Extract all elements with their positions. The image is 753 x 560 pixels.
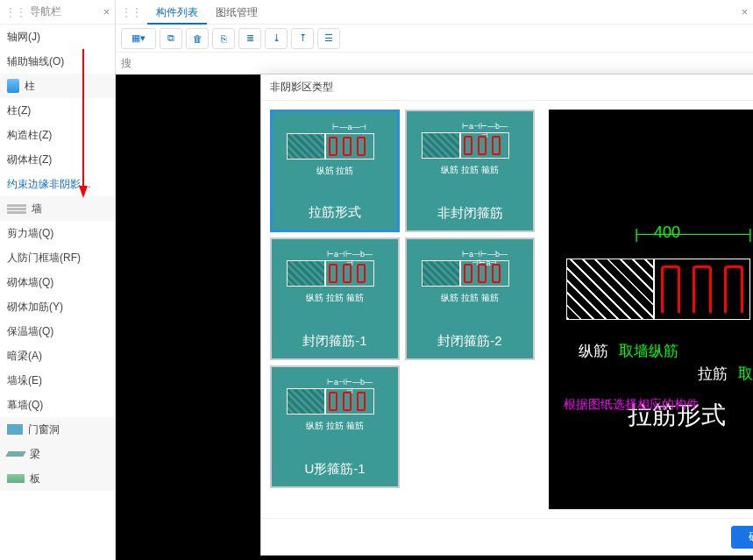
option-closed-stirrup-2[interactable]: ⊢a⊣⊢—b—⊣⊢a⊣ 纵筋 拉筋 箍筋 封闭箍筋-2 [405,237,535,360]
nav-group-slab[interactable]: 板 [0,466,115,491]
nav-panel: ⋮⋮ 导航栏 × 轴网(J) 辅助轴线(O) 柱 柱(Z) 构造柱(Z) 砌体柱… [0,0,116,560]
dimension-label: 400 [654,223,680,242]
hatch-icon [566,259,654,320]
new-button[interactable]: ▦▾ [121,28,156,49]
label-tie: 拉筋 [698,364,728,384]
pillar-icon [7,79,19,93]
slab-icon [7,474,25,483]
nav-item-auxaxis[interactable]: 辅助轴线(O) [0,49,115,74]
modal-body: ⊢—a—⊣ 纵筋 拉筋 拉筋形式 ⊢a⊣⊢—b—⊣ 纵筋 拉筋 箍筋 非封闭 [261,101,753,518]
grip-icon: ⋮⋮ [5,6,26,18]
option-closed-stirrup-1[interactable]: ⊢a⊣⊢—b—⊣ 纵筋 拉筋 箍筋 封闭箍筋-1 [270,237,400,360]
modal-footer: 确定 取消 [261,518,753,555]
nav-item-col-gzz[interactable]: 构造柱(Z) [0,123,115,147]
diagram-icon: ⊢a⊣⊢—b—⊣ 纵筋 拉筋 箍筋 [422,120,518,173]
diagram-icon: ⊢a⊣⊢—b—⊣ 纵筋 拉筋 箍筋 [287,248,383,301]
option-u-stirrup-1[interactable]: ⊢a⊣⊢—b—⊣ 纵筋 拉筋 箍筋 U形箍筋-1 [270,365,400,488]
hint-text: 根据图纸选择相应的构件 [564,397,699,413]
door-window-icon [7,424,23,435]
nav-item-pier[interactable]: 墙垛(E) [0,368,115,393]
tab-drawing-mgmt[interactable]: 图纸管理 [207,0,266,25]
nav-item-hiddenbeam[interactable]: 暗梁(A) [0,344,115,368]
toolbar: ▦▾ ⧉ 🗑 ⎘ ≣ ⤓ ⤒ ☰ [116,25,753,53]
diagram-icon: ⊢a⊣⊢—b—⊣ 纵筋 拉筋 箍筋 [287,376,383,429]
nav-item-axis[interactable]: 轴网(J) [0,25,115,49]
nav-item-col-z[interactable]: 柱(Z) [0,98,115,123]
option-nonclosed-stirrup[interactable]: ⊢a⊣⊢—b—⊣ 纵筋 拉筋 箍筋 非封闭箍筋 [405,110,535,232]
copy-button[interactable]: ⧉ [160,28,182,49]
option-grid: ⊢—a—⊣ 纵筋 拉筋 拉筋形式 ⊢a⊣⊢—b—⊣ 纵筋 拉筋 箍筋 非封闭 [270,110,542,509]
delete-button[interactable]: 🗑 [186,28,209,49]
label-column-stirrup: 取柱箍筋 [738,364,753,384]
modal-title: 非阴影区类型 [270,80,753,95]
rebar-icon [661,266,743,313]
grip-icon: ⋮⋮ [121,6,142,18]
export-button[interactable]: ⤒ [291,28,314,49]
layer-button[interactable]: ≣ [238,28,261,49]
nav-group-wall[interactable]: 墙 [0,196,115,221]
nav-item-insulwall[interactable]: 保温墙(Q) [0,319,115,344]
label-longitudinal: 纵筋 [579,341,608,361]
modal-nonshadow-type: 非阴影区类型 ▢ × ⊢—a—⊣ 纵筋 拉筋 拉筋形式 ⊢a⊣⊢—b—⊣ [260,74,753,556]
tab-component-list[interactable]: 构件列表 [147,0,207,25]
beam-icon [5,451,25,457]
close-icon[interactable]: × [103,6,110,18]
paste-button[interactable]: ⎘ [212,28,235,49]
close-icon[interactable]: × [742,6,748,18]
label-wall-longitudinal: 取墙纵筋 [619,341,678,361]
modal-titlebar: 非阴影区类型 ▢ × [261,74,753,101]
diagram-icon: ⊢—a—⊣ 纵筋 拉筋 [287,121,383,174]
nav-item-masonrywall[interactable]: 砌体墙(Q) [0,270,115,294]
option-lajin[interactable]: ⊢—a—⊣ 纵筋 拉筋 拉筋形式 [270,110,400,232]
list-button[interactable]: ☰ [317,28,340,49]
main-area: ⋮⋮ 构件列表 图纸管理 × ▦▾ ⧉ 🗑 ⎘ ≣ ⤓ ⤒ ☰ 搜 非阴影区类型… [116,0,753,560]
nav-item-shearwall[interactable]: 剪力墙(Q) [0,221,115,245]
ok-button[interactable]: 确定 [731,526,753,549]
diagram-icon: ⊢a⊣⊢—b—⊣⊢a⊣ 纵筋 拉筋 箍筋 [422,248,518,301]
nav-group-beam[interactable]: 梁 [0,442,115,466]
nav-item-curtainwall[interactable]: 幕墙(Q) [0,393,115,417]
wall-icon [7,203,26,214]
nav-group-opening[interactable]: 门窗洞 [0,417,115,442]
nav-title: 导航栏 [30,4,103,19]
nav-header: ⋮⋮ 导航栏 × [0,0,115,25]
search-row[interactable]: 搜 [116,53,753,74]
nav-item-rfwall[interactable]: 人防门框墙(RF) [0,245,115,270]
preview-canvas: 400 纵筋 取墙纵筋 拉筋 取柱箍筋 拉筋形式 [549,110,753,509]
nav-item-constraint-edge[interactable]: 约束边缘非阴影… [0,172,115,196]
nav-group-column[interactable]: 柱 [0,74,115,98]
tabs: ⋮⋮ 构件列表 图纸管理 × [116,0,753,25]
nav-item-masonryrebar[interactable]: 砌体加筋(Y) [0,294,115,319]
import-button[interactable]: ⤓ [265,28,288,49]
nav-item-col-qtz[interactable]: 砌体柱(Z) [0,147,115,172]
